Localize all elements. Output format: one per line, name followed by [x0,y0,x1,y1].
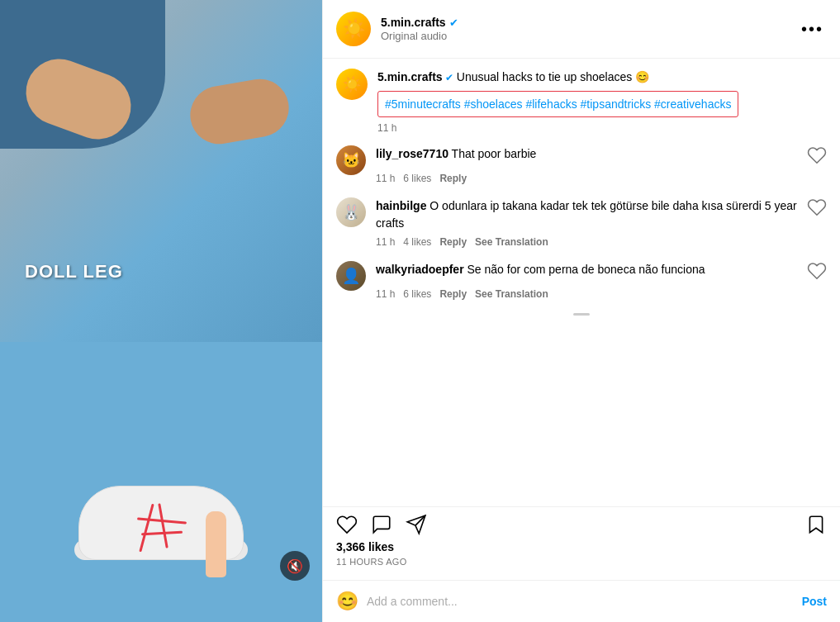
caption-avatar: ☀️ [336,69,368,100]
comments-area: ☀️ 5.min.crafts ✔ Unusual hacks to tie u… [323,59,840,506]
comment-3-time: 11 h [376,288,395,300]
mute-icon: 🔇 [287,558,303,574]
doll-leg-label: DOLL LEG [25,261,123,283]
comment-3-content: Se não for com perna de boneca não funci… [467,263,705,276]
comment-1-time: 11 h [376,173,395,184]
profile-avatar[interactable]: ☀️ [336,12,371,46]
comment-3-meta: 11 h 6 likes Reply See Translation [376,288,827,300]
comment-3-likes: 6 likes [403,288,431,300]
comment-3-like-icon[interactable] [807,261,827,281]
comment-2-reply[interactable]: Reply [439,236,467,248]
hashtag-box: #5minutecrafts #shoelaces #lifehacks #ti… [377,91,738,117]
action-bar: 3,366 likes 11 HOURS AGO [323,506,840,580]
comment-2-text: hainbilge O odunlara ip takana kadar tek… [376,197,797,232]
post-header: ☀️ 5.min.crafts ✔ Original audio ••• [323,0,840,59]
header-info: 5.min.crafts ✔ Original audio [381,16,798,42]
comment-3-translate[interactable]: See Translation [475,288,548,300]
header-subtitle: Original audio [381,30,798,42]
comment-2-content: O odunlara ip takana kadar tek tek götür… [376,199,797,230]
comment-1-likes: 6 likes [403,173,431,184]
mute-button[interactable]: 🔇 [280,551,310,581]
hashtags[interactable]: #5minutecrafts #shoelaces #lifehacks #ti… [385,97,731,111]
comment-1-content: That poor barbie [452,147,537,160]
caption-username[interactable]: 5.min.crafts [377,70,443,83]
verified-caption-icon: ✔ [445,72,456,83]
comment-3-text: walkyriadoepfer Se não for com perna de … [376,261,705,278]
post-comment-button[interactable]: Post [802,595,827,608]
comment-input[interactable] [367,595,794,608]
comment-2: 🐰 hainbilge O odunlara ip takana kadar t… [336,197,827,248]
comment-1-body: lily_rose7710 That poor barbie 11 h 6 li… [376,145,827,184]
comment-3: 👤 walkyriadoepfer Se não for com perna d… [336,261,827,300]
post-time: 11 HOURS AGO [336,557,827,567]
share-button[interactable] [406,514,427,535]
comment-3-author[interactable]: walkyriadoepfer [376,263,464,276]
comment-input-bar: 😊 Post [323,580,840,622]
comment-3-reply[interactable]: Reply [439,288,467,300]
comment-3-body: walkyriadoepfer Se não for com perna de … [376,261,827,300]
comment-button[interactable] [371,514,392,535]
comment-1-like-icon[interactable] [807,145,827,165]
comment-2-avatar: 🐰 [336,197,366,227]
right-panel: ☀️ 5.min.crafts ✔ Original audio ••• ☀️ … [322,0,840,622]
like-button[interactable] [336,514,358,535]
comment-2-time: 11 h [376,236,395,248]
post-caption: ☀️ 5.min.crafts ✔ Unusual hacks to tie u… [336,69,827,134]
comment-3-avatar: 👤 [336,261,366,291]
comment-1-meta: 11 h 6 likes Reply [376,173,827,184]
comment-2-author[interactable]: hainbilge [376,199,426,212]
bookmark-button[interactable] [805,514,827,535]
caption-timestamp: 11 h [377,122,827,134]
video-panel: DOLL LEG 🔇 [0,0,322,622]
comment-2-body: hainbilge O odunlara ip takana kadar tek… [376,197,827,248]
comment-2-likes: 4 likes [403,236,431,248]
comment-1-author[interactable]: lily_rose7710 [376,147,448,160]
comment-1-avatar: 🐱 [336,145,366,175]
comment-1: 🐱 lily_rose7710 That poor barbie [336,145,827,184]
comment-2-meta: 11 h 4 likes Reply See Translation [376,236,827,248]
more-options-button[interactable]: ••• [798,17,827,42]
verified-icon: ✔ [449,17,458,29]
comment-1-reply[interactable]: Reply [439,173,467,184]
comment-2-like-icon[interactable] [807,197,827,217]
likes-count: 3,366 likes [336,540,827,553]
caption-body: Unusual hacks to tie up shoelaces 😊 [457,70,649,83]
caption-text: 5.min.crafts ✔ Unusual hacks to tie up s… [377,69,827,86]
caption-content: 5.min.crafts ✔ Unusual hacks to tie up s… [377,69,827,134]
comment-1-text: lily_rose7710 That poor barbie [376,145,536,163]
scroll-indicator [573,313,590,316]
comment-2-translate[interactable]: See Translation [475,236,548,248]
emoji-button[interactable]: 😊 [336,591,358,612]
header-username[interactable]: 5.min.crafts [381,16,446,29]
